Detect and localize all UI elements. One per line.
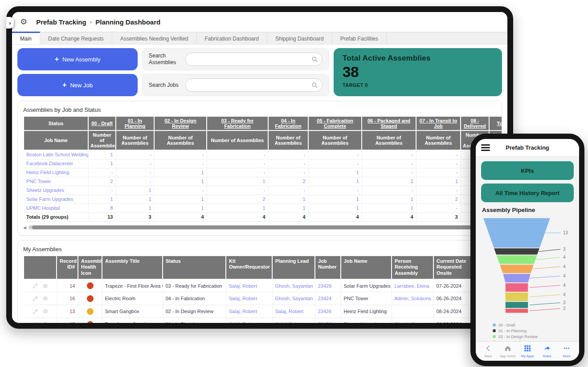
actions-header bbox=[24, 256, 57, 279]
health-cell bbox=[78, 279, 102, 292]
gear-icon[interactable]: ⚙ bbox=[20, 17, 27, 27]
person-receiving-link[interactable]: Admin, Solutions bbox=[392, 292, 433, 305]
status-column-link[interactable]: 00 - Draft bbox=[91, 121, 113, 126]
assembly-row: 16Electric Room04 - In FabricationSalaj,… bbox=[24, 292, 502, 305]
edit-icon[interactable] bbox=[33, 296, 38, 302]
sidebar-expand-chevron[interactable]: › bbox=[6, 17, 14, 29]
funnel-segment-04-in-fabrication bbox=[502, 273, 531, 283]
column-header-status: Status bbox=[163, 256, 226, 279]
new-assembly-button[interactable]: + New Assembly bbox=[17, 48, 138, 70]
status-column-link[interactable]: 02 - In Design Review bbox=[164, 118, 196, 129]
assembly-row: 15Transformer Stand01 - In PlanningSalaj… bbox=[24, 318, 502, 329]
kpis-button[interactable]: KPIs bbox=[481, 161, 574, 180]
tab-assemblies-needing-verified[interactable]: Assemblies Needing Verified bbox=[112, 32, 197, 44]
tab-main[interactable]: Main bbox=[12, 32, 40, 44]
status-column-link[interactable]: 08 - Delivered bbox=[464, 118, 486, 129]
person-receiving-link[interactable] bbox=[392, 305, 433, 318]
count-cell: - bbox=[416, 150, 461, 159]
job-number-link[interactable]: 23424 bbox=[315, 292, 341, 305]
record-id: 13 bbox=[57, 305, 78, 318]
tab-shipping-dashboard[interactable]: Shipping Dashboard bbox=[267, 32, 332, 44]
plus-icon: + bbox=[55, 55, 59, 63]
count-cell: - bbox=[416, 204, 461, 212]
view-icon[interactable] bbox=[42, 295, 49, 302]
totals-cell: 4 bbox=[362, 212, 416, 221]
kit-owner-link[interactable]: Salaj, Robert bbox=[226, 305, 272, 318]
job-link[interactable]: Sheetz Upgrades bbox=[24, 186, 88, 195]
all-time-history-report-button[interactable]: All Time History Report bbox=[481, 184, 574, 202]
kit-owner-link[interactable]: Salaj, Robert bbox=[226, 279, 272, 292]
tab-date-change-requests[interactable]: Date Change Requests bbox=[40, 32, 112, 44]
nav-item-app-home[interactable]: App Home bbox=[498, 345, 518, 358]
apps-grid-icon bbox=[524, 345, 531, 354]
nav-item-my-apps[interactable]: My Apps bbox=[518, 345, 537, 358]
phone-overlay: Prefab Tracking KPIs All Time History Re… bbox=[470, 134, 584, 366]
new-job-button[interactable]: + New Job bbox=[17, 74, 138, 96]
tab-prefab-facilities[interactable]: Prefab Facilities bbox=[332, 32, 387, 44]
status-column-header-00-draft: 00 - Draft bbox=[88, 116, 116, 130]
assembly-title: Smart Gangbox bbox=[102, 305, 163, 318]
search-assemblies-input[interactable] bbox=[190, 56, 311, 62]
status-column-link[interactable]: 07 - In Transit to Job bbox=[420, 118, 457, 129]
job-link[interactable]: Heinz Field Lighting bbox=[24, 168, 88, 177]
nav-label: My Apps bbox=[521, 354, 534, 358]
count-cell: - bbox=[207, 150, 268, 159]
status-column-header-05-fabrication-complete: 05 - Fabrication Complete bbox=[308, 116, 362, 130]
planning-lead-link[interactable]: Ghosh, Sayantan bbox=[272, 279, 315, 292]
nav-label: More bbox=[563, 354, 570, 358]
edit-icon[interactable] bbox=[33, 322, 38, 327]
view-icon[interactable] bbox=[42, 321, 49, 327]
count-cell: - bbox=[116, 168, 154, 177]
status-column-link[interactable]: 06 - Packaged and Staged bbox=[368, 118, 410, 129]
edit-icon[interactable] bbox=[33, 309, 38, 314]
health-cell bbox=[78, 292, 102, 305]
search-jobs-input[interactable] bbox=[190, 82, 311, 88]
status-column-link[interactable]: 01 - In Planning bbox=[125, 118, 145, 129]
count-cell: - bbox=[207, 168, 268, 177]
tab-fabrication-dashboard[interactable]: Fabrication Dashboard bbox=[197, 32, 267, 44]
nav-item-more[interactable]: More bbox=[557, 345, 576, 358]
job-number-link[interactable]: 23429 bbox=[315, 279, 341, 292]
job-link[interactable]: Boston Latin School Welding bbox=[24, 150, 88, 159]
job-link[interactable]: UPMC Hospital bbox=[24, 204, 88, 212]
funnel-chart: 1334444432 bbox=[481, 215, 574, 319]
nav-item-share[interactable]: Share bbox=[537, 345, 557, 358]
kit-owner-link[interactable]: Salaj, Robert bbox=[226, 318, 272, 329]
hamburger-menu-icon[interactable] bbox=[481, 144, 490, 151]
planning-lead-link[interactable]: Salaj, Robert bbox=[272, 318, 315, 329]
status-column-link[interactable]: 04 - In Fabrication bbox=[275, 118, 301, 129]
view-icon[interactable] bbox=[42, 308, 49, 314]
planning-lead-link[interactable]: Ghosh, Sayantan bbox=[272, 292, 315, 305]
funnel-value-label: 13 bbox=[563, 230, 568, 235]
person-receiving-link[interactable]: Larrabee, Elena bbox=[392, 279, 433, 292]
assembly-title: Electric Room bbox=[102, 292, 163, 305]
count-cell: 1 bbox=[308, 195, 362, 204]
scrollbar-thumb[interactable] bbox=[32, 225, 481, 229]
breadcrumb-separator: › bbox=[90, 18, 92, 25]
nav-item-back[interactable]: Back bbox=[478, 345, 498, 358]
subheader-number-of-assemblies: Number of Assemblies bbox=[116, 130, 154, 150]
job-name: Heinz Field Lighting bbox=[341, 305, 392, 318]
status-column-link[interactable]: 05 - Fabrication Complete bbox=[317, 118, 353, 129]
count-cell: 1 bbox=[362, 204, 416, 212]
date-requested: 06-26-2024 bbox=[433, 292, 474, 305]
totals-cell: 4 bbox=[308, 212, 362, 221]
scroll-left-arrow[interactable]: ◀ bbox=[23, 225, 26, 230]
kit-owner-link[interactable]: Salaj, Robert bbox=[226, 292, 272, 305]
job-link[interactable]: PNC Tower bbox=[24, 177, 88, 186]
planning-lead-link[interactable]: Salaj, Robert bbox=[272, 305, 315, 318]
job-link[interactable]: Facebook Datacenter bbox=[24, 159, 88, 168]
status-column-link[interactable]: 03 - Ready for Fabrication bbox=[221, 118, 254, 129]
status-column-link[interactable]: Total bbox=[497, 121, 502, 126]
assembly-health-dot bbox=[87, 295, 94, 302]
horizontal-scrollbar[interactable]: ◀ bbox=[23, 225, 496, 230]
job-link[interactable]: Solar Farm Upgrades bbox=[24, 195, 88, 204]
totals-cell: 4 bbox=[268, 212, 308, 221]
person-receiving-link[interactable]: Ghosh, Sayantan bbox=[392, 318, 433, 329]
edit-icon[interactable] bbox=[33, 283, 38, 289]
breadcrumb-app[interactable]: Prefab Tracking bbox=[36, 18, 86, 26]
job-number-link[interactable]: 23426 bbox=[315, 305, 341, 318]
view-icon[interactable] bbox=[42, 283, 49, 289]
totals-cell: 13 bbox=[88, 212, 116, 221]
job-number-link[interactable]: 23425 bbox=[315, 318, 341, 329]
